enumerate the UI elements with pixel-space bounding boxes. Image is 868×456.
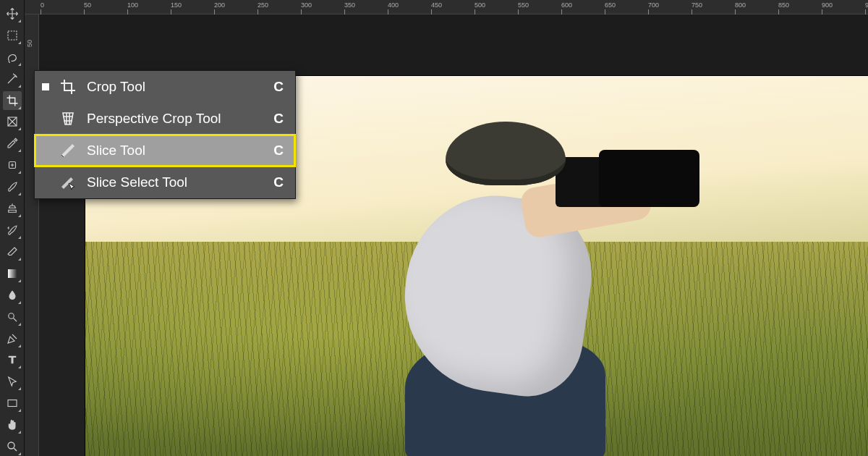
horizontal-ruler: 0501001502002503003504004505005506006507… — [25, 0, 868, 14]
ruler-tick: 850 — [778, 1, 789, 9]
svg-rect-3 — [8, 269, 17, 278]
eyedropper-tool-icon[interactable] — [3, 134, 22, 153]
ruler-tick: 650 — [605, 1, 616, 9]
move-tool-icon[interactable] — [3, 4, 22, 23]
marquee-tool-icon[interactable] — [3, 26, 22, 45]
ruler-tick: 50 — [26, 40, 33, 47]
healing-brush-tool-icon[interactable] — [3, 156, 22, 174]
ruler-tick: 800 — [735, 1, 746, 9]
ruler-tick: 300 — [301, 1, 312, 9]
hand-tool-icon[interactable] — [3, 415, 22, 434]
clone-stamp-tool-icon[interactable] — [3, 199, 22, 218]
ruler-tick: 450 — [431, 1, 442, 9]
brush-tool-icon[interactable] — [3, 177, 22, 196]
crop-icon — [59, 78, 77, 96]
frame-tool-icon[interactable] — [3, 113, 22, 132]
flyout-label: Perspective Crop Tool — [87, 111, 263, 127]
svg-rect-0 — [8, 31, 17, 40]
crop-tool-flyout: Crop Tool C Perspective Crop Tool C Slic… — [34, 70, 296, 199]
lasso-tool-icon[interactable] — [3, 48, 22, 67]
flyout-shortcut: C — [273, 111, 284, 127]
svg-point-6 — [8, 442, 14, 449]
ruler-tick: 200 — [214, 1, 225, 9]
pen-tool-icon[interactable] — [3, 329, 22, 348]
active-tool-indicator — [42, 83, 49, 90]
ruler-tick: 150 — [171, 1, 182, 9]
history-brush-tool-icon[interactable] — [3, 221, 22, 240]
flyout-shortcut: C — [273, 174, 284, 190]
flyout-label: Slice Select Tool — [87, 174, 263, 190]
zoom-tool-icon[interactable] — [3, 437, 22, 456]
path-selection-tool-icon[interactable] — [3, 372, 22, 391]
canvas-pasteboard — [39, 14, 868, 76]
ruler-tick: 900 — [822, 1, 833, 9]
svg-rect-5 — [8, 400, 17, 407]
flyout-item-perspective-crop[interactable]: Perspective Crop Tool C — [35, 103, 295, 135]
ruler-tick: 750 — [692, 1, 702, 9]
flyout-item-slice[interactable]: Slice Tool C — [35, 135, 295, 166]
flyout-shortcut: C — [273, 143, 284, 159]
ruler-tick: 600 — [561, 1, 572, 9]
flyout-item-slice-select[interactable]: Slice Select Tool C — [35, 166, 295, 198]
crop-tool-icon[interactable] — [3, 91, 22, 110]
tools-sidebar — [0, 0, 25, 456]
ruler-tick: 700 — [648, 1, 659, 9]
ruler-tick: 250 — [258, 1, 268, 9]
eraser-tool-icon[interactable] — [3, 242, 22, 261]
magic-wand-tool-icon[interactable] — [3, 69, 22, 88]
rectangle-tool-icon[interactable] — [3, 394, 22, 413]
svg-point-4 — [8, 313, 14, 318]
slice-icon — [59, 142, 77, 159]
flyout-label: Crop Tool — [87, 79, 263, 95]
blur-tool-icon[interactable] — [3, 286, 22, 305]
ruler-tick: 350 — [344, 1, 355, 9]
flyout-shortcut: C — [273, 79, 284, 95]
gradient-tool-icon[interactable] — [3, 264, 22, 283]
perspective-crop-icon — [59, 110, 77, 127]
ruler-tick: 550 — [518, 1, 529, 9]
flyout-label: Slice Tool — [87, 143, 263, 159]
flyout-item-crop[interactable]: Crop Tool C — [35, 71, 295, 103]
ruler-tick: 400 — [388, 1, 399, 9]
slice-select-icon — [59, 174, 77, 191]
ruler-tick: 100 — [127, 1, 138, 9]
ruler-tick: 0 — [41, 1, 44, 9]
ruler-tick: 950 — [865, 1, 868, 9]
ruler-tick: 500 — [475, 1, 485, 9]
ruler-tick: 50 — [84, 1, 91, 9]
type-tool-icon[interactable] — [3, 351, 22, 370]
image-subject — [372, 108, 706, 456]
dodge-tool-icon[interactable] — [3, 308, 22, 326]
